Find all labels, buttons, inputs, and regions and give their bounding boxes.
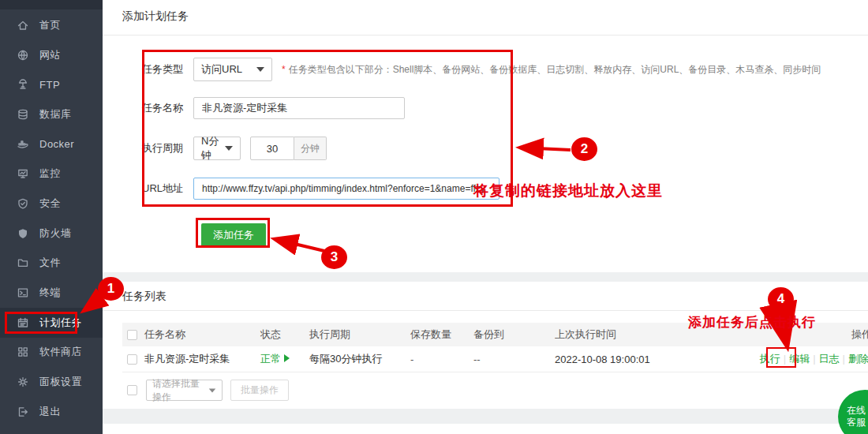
sidebar-item-database[interactable]: 数据库 — [0, 99, 103, 129]
database-icon — [17, 108, 29, 121]
play-icon[interactable] — [284, 354, 290, 362]
appstore-icon — [17, 346, 29, 358]
task-type-selected: 访问URL — [201, 62, 242, 77]
column-header: 保存数量 — [410, 327, 473, 342]
sidebar-item-label: 终端 — [39, 286, 61, 300]
header-checkbox[interactable] — [127, 330, 137, 340]
url-input[interactable] — [193, 178, 499, 200]
step-circle-4: 4 — [768, 287, 794, 311]
action-separator: | — [843, 353, 845, 365]
sidebar-menu: 首页网站FTP数据库Docker监控安全防火墙文件终端计划任务软件商店面板设置退… — [0, 10, 103, 427]
sidebar-item-docker[interactable]: Docker — [0, 129, 103, 159]
page-title: 添加计划任务 — [122, 9, 189, 24]
task-type-label: 任务类型 — [142, 62, 193, 77]
sidebar-item-label: 首页 — [39, 18, 61, 32]
panel-app: 首页网站FTP数据库Docker监控安全防火墙文件终端计划任务软件商店面板设置退… — [0, 0, 868, 434]
sidebar-top-strip — [0, 0, 103, 9]
task-name-label: 任务名称 — [142, 101, 193, 115]
cycle-row: 执行周期 N分钟 分钟 — [142, 137, 327, 160]
action-edit[interactable]: 编辑 — [789, 353, 810, 365]
task-table-body: 非凡资源-定时采集正常每隔30分钟执行---2022-10-08 19:00:0… — [122, 346, 868, 372]
header-checkbox-cell — [122, 330, 144, 340]
sidebar-item-label: 数据库 — [39, 107, 72, 122]
sidebar-item-label: 计划任务 — [39, 316, 82, 330]
action-separator: | — [813, 353, 815, 365]
action-execute[interactable]: 执行 — [760, 353, 780, 365]
docker-icon — [17, 138, 29, 151]
task-name-row: 任务名称 — [142, 97, 405, 119]
status-cell: 正常 — [260, 352, 309, 366]
divider — [103, 310, 868, 311]
chevron-down-icon — [209, 388, 216, 392]
status-badge: 正常 — [260, 353, 281, 365]
folder-icon — [17, 256, 29, 269]
action-log[interactable]: 日志 — [819, 353, 840, 365]
add-task-button[interactable]: 添加任务 — [201, 223, 266, 247]
sidebar-item-firewall[interactable]: 防火墙 — [0, 219, 103, 249]
footer-strip — [103, 424, 868, 434]
sidebar-item-settings[interactable]: 面板设置 — [0, 367, 103, 397]
cycle-label: 执行周期 — [142, 141, 193, 155]
logout-icon — [17, 406, 29, 418]
sidebar-item-label: Docker — [39, 138, 74, 150]
ftp-icon — [17, 78, 29, 91]
cycle-value-input[interactable] — [250, 137, 294, 160]
cycle-input-group: 分钟 — [250, 137, 327, 160]
sidebar-item-label: FTP — [39, 79, 60, 91]
sidebar-item-label: 软件商店 — [39, 345, 82, 359]
sidebar-item-label: 文件 — [39, 256, 61, 270]
url-row: URL地址 — [142, 178, 499, 200]
sidebar-item-label: 防火墙 — [39, 226, 72, 241]
sidebar-item-security[interactable]: 安全 — [0, 189, 103, 219]
batch-bar: 请选择批量操作 批量操作 — [127, 380, 289, 401]
sidebar-item-label: 监控 — [39, 166, 61, 181]
batch-checkbox[interactable] — [127, 385, 137, 395]
batch-apply-button[interactable]: 批量操作 — [230, 380, 289, 401]
step-circle-3: 3 — [321, 245, 347, 269]
cycle-suffix: 分钟 — [294, 137, 327, 160]
sidebar-item-home[interactable]: 首页 — [0, 10, 103, 40]
annotation-note-execute: 添加任务后点击执行 — [688, 313, 816, 331]
online-support-label: 在线 客服 — [847, 405, 866, 428]
add-task-card: 添加计划任务 任务类型 访问URL *任务类型包含以下部分：Shell脚本、备份… — [103, 0, 868, 272]
action-delete[interactable]: 删除 — [848, 353, 868, 365]
shield-check-icon — [17, 197, 29, 210]
sidebar-item-logout[interactable]: 退出 — [0, 397, 103, 427]
task-name-input[interactable] — [193, 97, 405, 119]
sidebar-item-terminal[interactable]: 终端 — [0, 278, 103, 308]
task-name-cell: 非凡资源-定时采集 — [144, 352, 260, 366]
firewall-icon — [17, 227, 29, 240]
home-icon — [17, 19, 29, 32]
cycle-unit-select[interactable]: N分钟 — [193, 137, 241, 160]
sidebar-item-site[interactable]: 网站 — [0, 40, 103, 70]
gear-icon — [17, 376, 29, 388]
task-type-select[interactable]: 访问URL — [193, 58, 272, 81]
task-list-card: 任务列表 任务名称状态执行周期保存数量备份到上次执行时间操作 非凡资源-定时采集… — [103, 282, 868, 409]
task-type-row: 任务类型 访问URL *任务类型包含以下部分：Shell脚本、备份网站、备份数据… — [142, 58, 821, 81]
chevron-down-icon — [225, 146, 233, 151]
sidebar-item-files[interactable]: 文件 — [0, 249, 103, 279]
monitor-icon — [17, 167, 29, 180]
sidebar-item-appstore[interactable]: 软件商店 — [0, 338, 103, 368]
action-separator: | — [784, 353, 786, 365]
row-checkbox[interactable] — [127, 354, 137, 365]
step-circle-1: 1 — [98, 277, 124, 301]
last-run-cell: 2022-10-08 19:00:01 — [555, 354, 748, 365]
column-header: 任务名称 — [144, 327, 260, 342]
sidebar: 首页网站FTP数据库Docker监控安全防火墙文件终端计划任务软件商店面板设置退… — [0, 0, 103, 434]
column-header: 状态 — [260, 327, 309, 342]
batch-select-placeholder: 请选择批量操作 — [152, 377, 208, 404]
column-header: 执行周期 — [309, 327, 410, 342]
sidebar-item-ftp[interactable]: FTP — [0, 69, 103, 99]
sidebar-item-label: 退出 — [39, 405, 61, 419]
table-row: 非凡资源-定时采集正常每隔30分钟执行---2022-10-08 19:00:0… — [122, 346, 868, 372]
sidebar-item-cron[interactable]: 计划任务 — [0, 308, 103, 338]
globe-icon — [17, 49, 29, 62]
step-circle-2: 2 — [571, 137, 597, 161]
actions-cell: 执行|编辑|日志|删除 — [748, 352, 868, 366]
sidebar-item-monitor[interactable]: 监控 — [0, 159, 103, 189]
annotation-note-url: 将复制的链接地址放入这里 — [473, 181, 663, 201]
row-checkbox-cell — [122, 354, 144, 365]
batch-select[interactable]: 请选择批量操作 — [146, 380, 223, 401]
divider — [103, 35, 868, 36]
